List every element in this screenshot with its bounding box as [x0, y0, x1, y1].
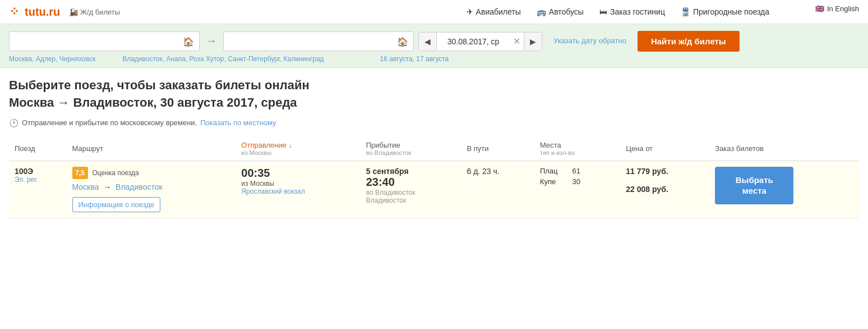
clock-icon: 🕐	[9, 118, 19, 127]
date-clear-button[interactable]: ✕	[510, 36, 524, 47]
date-prev-button[interactable]: ◀	[419, 33, 437, 51]
suburban-icon: 🚆	[681, 7, 690, 16]
search-bar: Москва 🏠 → Владивосток 🏠 ◀ 30.08.2017, с…	[0, 24, 868, 68]
table-row: 100Э Эл. рег. 7,5 Оценка поезда Москва →…	[9, 161, 859, 218]
to-field-wrap: Владивосток 🏠	[223, 31, 414, 51]
col-header-seats: Места тип и кол-во	[534, 136, 620, 161]
route-display: 7,5 Оценка поезда	[72, 167, 230, 179]
main-content: Выберите поезд, чтобы заказать билеты он…	[0, 68, 868, 218]
time-notice: 🕐 Отправление и прибытие по московскому …	[9, 118, 859, 127]
col-header-train: Поезд	[9, 136, 67, 161]
from-station-icon: 🏠	[183, 36, 194, 47]
search-row: Москва 🏠 → Владивосток 🏠 ◀ 30.08.2017, с…	[9, 31, 859, 52]
train-number-cell: 100Э Эл. рег.	[9, 161, 67, 218]
logo-icon: ⁘	[9, 4, 19, 19]
price-2: 22 008 руб.	[626, 185, 704, 194]
page-title: Выберите поезд, чтобы заказать билеты он…	[9, 77, 859, 112]
from-input[interactable]: Москва	[9, 31, 200, 51]
depart-station: Ярославский вокзал	[241, 188, 354, 195]
col-header-arrive: Прибытие во Владивосток	[361, 136, 461, 161]
from-field-wrap: Москва 🏠	[9, 31, 200, 51]
depart-time: 00:35	[241, 167, 354, 180]
logo-text[interactable]: tutu.ru	[25, 6, 60, 19]
language-label: In English	[827, 4, 859, 13]
show-local-time-link[interactable]: Показать по местному	[200, 118, 276, 127]
from-suggestions: Москва, Адлер, Черняховск	[9, 54, 95, 63]
section-label: 🚂 Ж/д билеты	[69, 8, 120, 16]
arrive-station: Владивосток	[366, 197, 456, 204]
col-header-duration: В пути	[461, 136, 534, 161]
search-button[interactable]: Найти ж/д билеты	[638, 31, 740, 52]
bus-icon: 🚌	[537, 7, 546, 16]
seats-cell: Плац 61 Купе 30	[534, 161, 620, 218]
plane-icon: ✈	[467, 7, 473, 16]
duration: 6 д. 23 ч.	[467, 167, 528, 176]
nav-item-flights[interactable]: ✈ Авиабилеты	[467, 7, 521, 16]
seat-row-1: Плац 61	[540, 167, 615, 175]
col-header-price: Цена от	[620, 136, 709, 161]
arrive-to-label: во Владивосток	[366, 189, 456, 197]
depart-from-label: из Москвы	[241, 180, 354, 188]
arrive-time: 23:40	[366, 176, 456, 189]
order-cell: Выбрать места	[709, 161, 859, 218]
to-suggestions: Владивосток, Анапа, Роза Хутор, Санкт-Пе…	[122, 54, 324, 63]
header: ⁘ tutu.ru 🚂 Ж/д билеты ✈ Авиабилеты 🚌 Ав…	[0, 0, 868, 24]
table-body: 100Э Эл. рег. 7,5 Оценка поезда Москва →…	[9, 161, 859, 218]
flag-icon: 🇬🇧	[815, 4, 824, 13]
price-cell: 11 779 руб. 22 008 руб.	[620, 161, 709, 218]
date-next-button[interactable]: ▶	[524, 33, 542, 51]
train-category: Эл. рег.	[15, 176, 61, 184]
nav-item-suburban[interactable]: 🚆 Пригородные поезда	[681, 7, 769, 16]
rating-label: Оценка поезда	[92, 169, 138, 177]
seat-count-2: 30	[567, 177, 580, 186]
route-arrow-icon: →	[103, 182, 113, 191]
col-header-route: Маршрут	[67, 136, 236, 161]
train-number: 100Э	[15, 167, 61, 176]
nav-item-buses[interactable]: 🚌 Автобусы	[537, 7, 584, 16]
to-station-icon: 🏠	[397, 36, 408, 47]
language-switcher[interactable]: 🇬🇧 In English	[815, 4, 859, 13]
route-links: Москва → Владивосток	[72, 182, 230, 191]
train-info-button[interactable]: Информация о поезде	[72, 197, 161, 212]
nav-item-hotels[interactable]: 🛏 Заказ гостиниц	[599, 7, 665, 16]
route-cell: 7,5 Оценка поезда Москва → Владивосток И…	[67, 161, 236, 218]
duration-cell: 6 д. 23 ч.	[461, 161, 534, 218]
rating-badge: 7,5	[72, 167, 88, 179]
seat-type-1: Плац	[540, 167, 562, 175]
arrive-cell: 5 сентября 23:40 во Владивосток Владивос…	[361, 161, 461, 218]
table-header: Поезд Маршрут Отправление ↓ из Москвы Пр…	[9, 136, 859, 161]
arrive-date: 5 сентября	[366, 167, 456, 176]
hotel-icon: 🛏	[599, 7, 607, 16]
route-from-link[interactable]: Москва	[72, 182, 99, 191]
date-suggestions: 16 августа, 17 августа	[380, 54, 449, 63]
depart-cell: 00:35 из Москвы Ярославский вокзал	[236, 161, 360, 218]
seat-count-1: 61	[567, 167, 580, 175]
route-to-link[interactable]: Владивосток	[116, 182, 163, 191]
trains-table: Поезд Маршрут Отправление ↓ из Москвы Пр…	[9, 136, 859, 218]
col-header-order: Заказ билетов	[709, 136, 859, 161]
date-picker-wrap: ◀ 30.08.2017, ср ✕ ▶	[418, 32, 542, 51]
price-1: 11 779 руб.	[626, 167, 704, 176]
swap-arrow-icon: →	[204, 35, 219, 47]
nav-links: ✈ Авиабилеты 🚌 Автобусы 🛏 Заказ гостиниц…	[467, 7, 769, 16]
logo-area: ⁘ tutu.ru 🚂 Ж/д билеты	[9, 4, 120, 19]
date-display: 30.08.2017, ср	[437, 33, 510, 51]
to-input[interactable]: Владивосток	[223, 31, 414, 51]
seat-row-2: Купе 30	[540, 177, 615, 186]
col-header-depart[interactable]: Отправление ↓ из Москвы	[236, 136, 360, 161]
seat-type-2: Купе	[540, 177, 562, 186]
order-button[interactable]: Выбрать места	[715, 167, 793, 204]
return-date-button[interactable]: Указать дату обратно	[547, 32, 633, 51]
